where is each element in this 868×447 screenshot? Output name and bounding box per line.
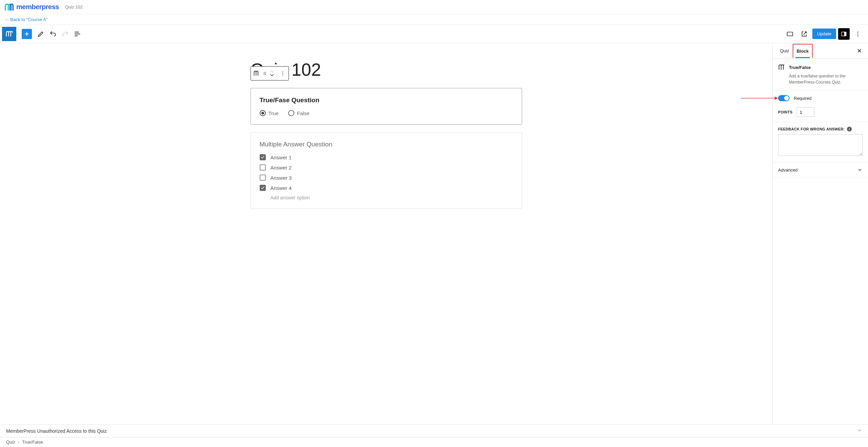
- more-options-button[interactable]: [852, 28, 864, 40]
- editor-toolbar: Update: [0, 25, 868, 43]
- question-title[interactable]: Multiple Answer Question: [260, 141, 513, 148]
- footer-bar: MemberPress Unauthorized Access to this …: [0, 424, 868, 437]
- device-preview-button[interactable]: [784, 28, 796, 40]
- answer-item[interactable]: Answer 2: [260, 164, 513, 171]
- points-input[interactable]: [797, 107, 814, 117]
- brand-logo: memberpress: [5, 3, 59, 11]
- brand-name: memberpress: [16, 3, 59, 11]
- radio-false[interactable]: False: [288, 110, 310, 116]
- sidebar-toggle-button[interactable]: [838, 28, 850, 40]
- breadcrumb-separator-icon: ›: [18, 440, 19, 445]
- required-label: Required: [794, 96, 812, 101]
- points-label: POINTS: [778, 110, 793, 114]
- answer-label: Answer 3: [271, 175, 292, 181]
- chevron-down-icon[interactable]: [269, 73, 275, 77]
- add-answer-button[interactable]: Add answer option: [271, 195, 513, 200]
- editor-canvas[interactable]: Quiz 102: [0, 43, 772, 424]
- info-icon[interactable]: i: [847, 127, 852, 131]
- breadcrumb-current[interactable]: True/False: [22, 440, 43, 445]
- block-type-description: Add a true/false question to the MemberP…: [789, 73, 863, 85]
- chevron-down-icon[interactable]: [857, 428, 862, 434]
- breadcrumb-bar: Quiz › True/False: [0, 437, 868, 447]
- checkbox-icon[interactable]: [260, 175, 266, 181]
- move-arrows[interactable]: [269, 70, 275, 77]
- svg-rect-2: [844, 32, 846, 36]
- multiple-answer-block[interactable]: Multiple Answer Question Answer 1 Answer…: [251, 132, 522, 209]
- answer-label: Answer 2: [271, 165, 292, 171]
- drag-handle-icon[interactable]: [261, 70, 269, 77]
- feedback-textarea[interactable]: [778, 134, 863, 156]
- app-logo-square[interactable]: [2, 27, 16, 41]
- svg-point-4: [857, 33, 858, 34]
- radio-icon: [288, 110, 294, 116]
- memberpress-logo-icon: [5, 3, 14, 11]
- radio-icon-checked: [260, 110, 266, 116]
- svg-marker-16: [775, 96, 778, 100]
- back-link[interactable]: ← Back to "Course A": [5, 17, 48, 22]
- answer-item[interactable]: Answer 3: [260, 175, 513, 181]
- arrow-indicator-icon: [741, 96, 778, 101]
- svg-point-6: [264, 72, 264, 73]
- answer-item[interactable]: Answer 4: [260, 185, 513, 191]
- checkbox-icon[interactable]: [260, 164, 266, 171]
- true-false-block[interactable]: True/Fase Question True False: [251, 88, 522, 125]
- chevron-up-icon[interactable]: [269, 70, 275, 73]
- svg-point-12: [282, 71, 283, 72]
- answer-label: Answer 4: [271, 185, 292, 191]
- svg-point-10: [264, 74, 264, 75]
- advanced-label: Advanced: [778, 167, 798, 173]
- svg-rect-0: [787, 32, 793, 36]
- back-link-bar: ← Back to "Course A": [0, 14, 868, 25]
- svg-point-11: [265, 74, 266, 75]
- svg-point-3: [857, 32, 858, 33]
- radio-label: True: [269, 110, 279, 116]
- tab-quiz[interactable]: Quiz: [777, 44, 793, 57]
- update-button[interactable]: Update: [812, 29, 836, 39]
- svg-point-14: [282, 74, 283, 75]
- breadcrumb-root[interactable]: Quiz: [6, 440, 15, 445]
- add-block-button[interactable]: [22, 29, 32, 39]
- external-preview-button[interactable]: [798, 28, 810, 40]
- edit-mode-button[interactable]: [35, 28, 47, 40]
- undo-button[interactable]: [47, 28, 59, 40]
- block-type-icon[interactable]: [253, 70, 260, 77]
- redo-button[interactable]: [59, 28, 71, 40]
- brand-subtitle: Quiz 102: [65, 4, 83, 10]
- block-type-name: True/False: [789, 65, 811, 70]
- settings-sidebar: Quiz Block ✕ True/False Add a true/false…: [772, 43, 868, 424]
- required-toggle[interactable]: [778, 95, 790, 101]
- svg-point-7: [265, 72, 266, 73]
- block-type-m-icon: [778, 64, 786, 71]
- svg-point-9: [265, 73, 266, 74]
- document-outline-button[interactable]: [71, 28, 84, 40]
- radio-label: False: [297, 110, 310, 116]
- block-more-icon[interactable]: [279, 70, 287, 77]
- block-toolbar: [251, 66, 289, 81]
- checkbox-checked-icon[interactable]: [260, 154, 266, 160]
- answer-item[interactable]: Answer 1: [260, 154, 513, 160]
- brand-bar: memberpress Quiz 102: [0, 0, 868, 14]
- tab-block[interactable]: Block: [793, 44, 813, 58]
- question-title[interactable]: True/Fase Question: [260, 96, 513, 104]
- svg-point-5: [857, 35, 858, 36]
- close-sidebar-button[interactable]: ✕: [854, 46, 864, 56]
- radio-true[interactable]: True: [260, 110, 279, 116]
- svg-point-8: [264, 73, 264, 74]
- svg-point-13: [282, 73, 283, 74]
- advanced-panel-toggle[interactable]: Advanced: [773, 162, 868, 178]
- feedback-label: FEEDBACK FOR WRONG ANSWER:: [778, 127, 845, 131]
- quiz-title[interactable]: Quiz 102: [251, 59, 522, 80]
- footer-message: MemberPress Unauthorized Access to this …: [6, 428, 107, 434]
- chevron-down-icon: [857, 167, 863, 173]
- checkbox-checked-icon[interactable]: [260, 185, 266, 191]
- answer-label: Answer 1: [271, 155, 292, 160]
